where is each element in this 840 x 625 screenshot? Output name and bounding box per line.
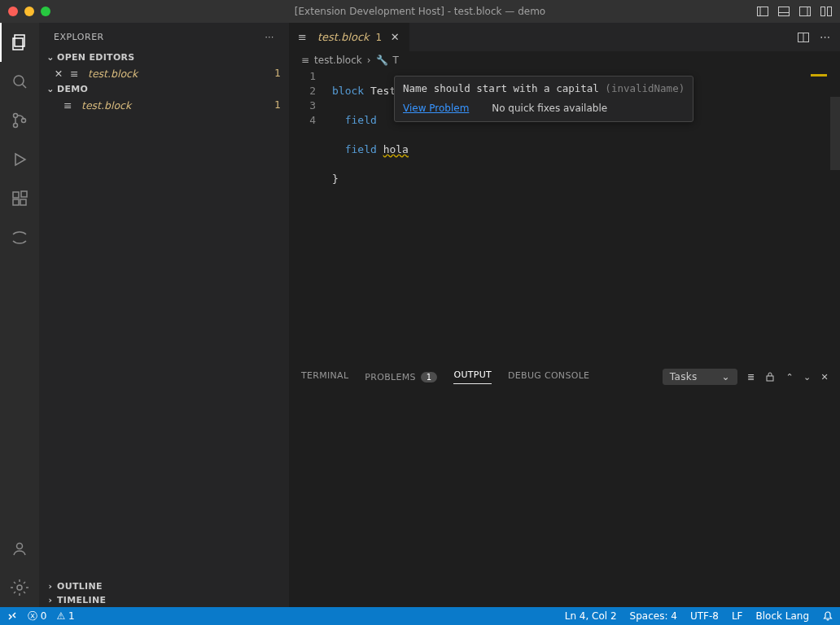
sidebar: EXPLORER ⋯ ⌄ OPEN EDITORS ✕ ≡ test.block…	[39, 23, 290, 607]
symbol-icon: 🔧	[376, 55, 388, 66]
line-number-gutter: 1 2 3 4	[290, 69, 329, 128]
errors-indicator[interactable]: ⓧ 0	[28, 610, 46, 623]
close-icon[interactable]: ✕	[820, 372, 829, 382]
activity-source-control[interactable]	[0, 101, 39, 140]
tab-debug-console[interactable]: DEBUG CONSOLE	[508, 370, 589, 384]
diagnostic-hover: Name should start with a capital (invali…	[394, 76, 693, 122]
status-bar: ⓧ 0 ⚠ 1 Ln 4, Col 2 Spaces: 4 UTF-8 LF B…	[0, 607, 840, 625]
chevron-up-icon[interactable]: ⌃	[785, 372, 794, 382]
tab-terminal[interactable]: TERMINAL	[301, 370, 348, 384]
svg-point-21	[17, 585, 22, 590]
sidebar-more-icon[interactable]: ⋯	[265, 32, 275, 42]
encoding-status[interactable]: UTF-8	[690, 610, 719, 622]
svg-point-20	[17, 544, 23, 549]
layout-right-icon[interactable]	[798, 4, 812, 19]
language-mode[interactable]: Block Lang	[755, 610, 809, 622]
svg-rect-16	[13, 192, 19, 198]
chevron-down-icon: ⌄	[44, 52, 57, 63]
activity-accounts[interactable]	[0, 529, 39, 568]
svg-rect-19	[21, 191, 27, 197]
editor-scrollbar[interactable]	[830, 69, 840, 363]
chevron-right-icon: ›	[44, 595, 57, 605]
more-icon[interactable]: ⋯	[820, 31, 830, 44]
activity-settings[interactable]	[0, 568, 39, 607]
svg-rect-24	[767, 376, 773, 381]
svg-point-10	[14, 76, 24, 85]
cursor-position[interactable]: Ln 4, Col 2	[565, 610, 617, 622]
file-icon: ≡	[301, 55, 309, 66]
tab-output[interactable]: OUTPUT	[453, 369, 492, 384]
lock-icon[interactable]	[764, 371, 776, 382]
file-icon: ≡	[298, 31, 311, 43]
chevron-right-icon: ›	[44, 581, 57, 592]
chevron-down-icon: ⌄	[722, 371, 730, 382]
svg-point-12	[14, 114, 18, 118]
titlebar: [Extension Development Host] - test.bloc…	[0, 0, 840, 23]
svg-rect-18	[20, 199, 26, 205]
svg-rect-7	[828, 7, 832, 16]
activity-explorer[interactable]	[0, 23, 39, 62]
indentation-status[interactable]: Spaces: 4	[630, 610, 677, 622]
editor-tab[interactable]: ≡ test.block 1 ✕	[290, 23, 410, 51]
remote-indicator[interactable]	[7, 610, 18, 622]
bottom-panel: TERMINAL PROBLEMS1 OUTPUT DEBUG CONSOLE …	[290, 363, 840, 607]
timeline-section[interactable]: › TIMELINE	[39, 593, 289, 607]
svg-line-11	[23, 85, 27, 89]
activity-search[interactable]	[0, 62, 39, 101]
svg-marker-15	[15, 154, 25, 165]
layout-bottom-icon[interactable]	[777, 4, 791, 19]
no-quick-fixes-label: No quick fixes available	[492, 103, 607, 114]
code-editor[interactable]: 1 2 3 4 block Test { field field hola } …	[290, 69, 840, 363]
svg-rect-0	[758, 7, 768, 16]
window-maximize-button[interactable]	[41, 7, 50, 16]
window-close-button[interactable]	[8, 7, 18, 16]
customize-layout-icon[interactable]	[819, 4, 833, 19]
tab-problems[interactable]: PROBLEMS	[365, 372, 415, 386]
notifications-icon[interactable]	[822, 610, 833, 622]
svg-rect-17	[13, 199, 19, 205]
open-editor-item[interactable]: ✕ ≡ test.block 1	[39, 64, 289, 82]
svg-rect-2	[779, 7, 790, 16]
breadcrumb[interactable]: ≡ test.block › 🔧 T	[290, 51, 840, 69]
split-editor-icon[interactable]	[797, 31, 810, 44]
folder-file-item[interactable]: ≡ test.block 1	[39, 96, 289, 114]
activity-extensions[interactable]	[0, 179, 39, 218]
window-title: [Extension Development Host] - test.bloc…	[295, 6, 545, 17]
file-icon: ≡	[63, 99, 77, 111]
svg-rect-4	[800, 7, 811, 16]
sidebar-title: EXPLORER ⋯	[39, 23, 289, 50]
output-channel-select[interactable]: Tasks⌄	[663, 369, 737, 385]
activity-run-debug[interactable]	[0, 140, 39, 179]
eol-status[interactable]: LF	[732, 610, 743, 622]
warnings-indicator[interactable]: ⚠ 1	[56, 610, 74, 622]
problems-count-badge: 1	[421, 372, 438, 382]
open-editors-section[interactable]: ⌄ OPEN EDITORS	[39, 50, 289, 64]
file-icon: ≡	[70, 68, 83, 80]
chevron-right-icon: ›	[367, 55, 371, 66]
chevron-down-icon[interactable]: ⌄	[803, 372, 812, 382]
activity-remote[interactable]	[0, 218, 39, 257]
window-minimize-button[interactable]	[24, 7, 34, 16]
folder-section[interactable]: ⌄ DEMO	[39, 82, 289, 96]
outline-section[interactable]: › OUTLINE	[39, 579, 289, 593]
svg-point-13	[14, 124, 18, 128]
view-problem-link[interactable]: View Problem	[403, 103, 469, 114]
minimap-warning-marker	[811, 74, 827, 76]
layout-left-icon[interactable]	[755, 4, 770, 19]
svg-rect-6	[821, 7, 825, 16]
filter-icon[interactable]: ≣	[747, 372, 755, 382]
editor-tabbar: ≡ test.block 1 ✕ ⋯	[290, 23, 840, 51]
chevron-down-icon: ⌄	[44, 84, 57, 94]
close-icon[interactable]: ✕	[52, 68, 65, 80]
close-icon[interactable]: ✕	[388, 31, 401, 43]
activity-bar	[0, 23, 39, 607]
